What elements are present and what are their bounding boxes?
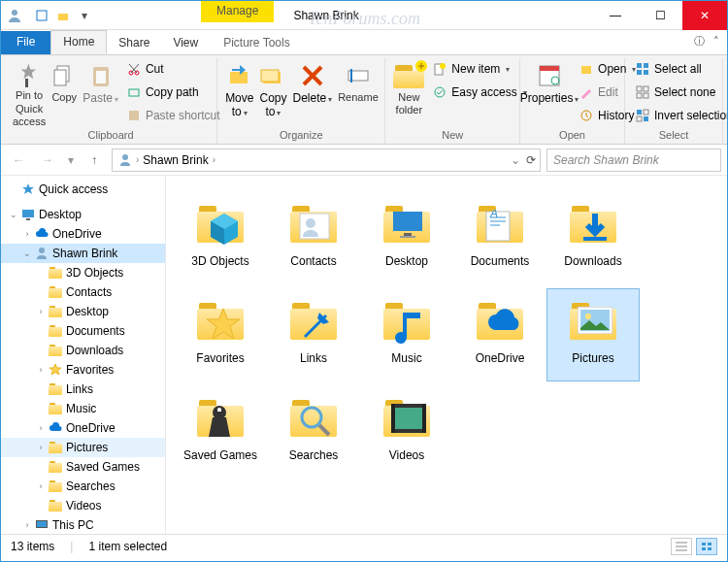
folder-item-favorites[interactable]: Favorites — [174, 288, 267, 381]
tree-node-downloads[interactable]: Downloads — [1, 341, 165, 360]
tree-node-3d-objects[interactable]: 3D Objects — [1, 263, 165, 282]
view-details-button[interactable] — [671, 538, 692, 555]
tree-node-pictures[interactable]: ›Pictures — [1, 438, 165, 457]
tree-node-onedrive[interactable]: ›OneDrive — [1, 418, 165, 438]
cut-button[interactable]: Cut — [122, 58, 224, 80]
select-all-button[interactable]: Select all — [631, 58, 728, 80]
folder-icon — [48, 304, 63, 319]
tab-picture-tools[interactable]: Picture Tools — [212, 32, 301, 54]
move-to-button[interactable]: Move to▾ — [223, 58, 255, 128]
breadcrumb[interactable]: › Shawn Brink › ⌄ ⟳ — [112, 149, 541, 172]
tree-node-label: Searches — [66, 479, 116, 493]
easy-access-button[interactable]: Easy access▾ — [428, 82, 530, 103]
tree-node-label: Shawn Brink — [52, 247, 117, 260]
tab-view[interactable]: View — [161, 32, 210, 54]
invert-selection-button[interactable]: Invert selection — [631, 105, 728, 126]
qat-dropdown-icon[interactable]: ▾ — [75, 6, 94, 25]
tree-toggle-icon[interactable]: ⌄ — [7, 210, 20, 219]
folder-item-desktop[interactable]: Desktop — [360, 191, 453, 284]
tree-toggle-icon[interactable]: › — [20, 229, 34, 239]
rename-button[interactable]: Rename — [336, 58, 381, 128]
tree-node-this-pc[interactable]: ›This PC — [1, 515, 165, 534]
view-icons-button[interactable] — [696, 538, 717, 555]
ribbon-group-clipboard: Pin to Quick access Copy Paste▾ Cut Copy… — [5, 58, 217, 144]
tree-node-label: Music — [66, 402, 96, 415]
folder-item-downloads[interactable]: Downloads — [546, 191, 640, 284]
folder-icon — [48, 459, 63, 475]
address-dropdown-icon[interactable]: ⌄ — [511, 153, 520, 167]
breadcrumb-segment[interactable]: Shawn Brink — [141, 153, 210, 167]
tree-node-desktop[interactable]: ›Desktop — [1, 302, 165, 321]
tree-node-contacts[interactable]: Contacts — [1, 282, 165, 302]
tree-toggle-icon[interactable]: › — [34, 481, 48, 491]
contextual-tab-manage[interactable]: Manage — [201, 1, 274, 22]
copy-to-button[interactable]: Copy to▾ — [257, 58, 288, 128]
navigation-tree[interactable]: Quick access⌄Desktop›OneDrive⌄Shawn Brin… — [1, 176, 166, 534]
tree-toggle-icon[interactable]: › — [34, 423, 48, 433]
qat-new-folder-icon[interactable] — [53, 6, 73, 25]
folder-item-videos[interactable]: Videos — [360, 385, 453, 479]
nav-back-button[interactable]: ← — [7, 149, 30, 172]
svg-rect-26 — [637, 63, 642, 68]
select-none-button[interactable]: Select none — [631, 82, 728, 103]
svg-rect-5 — [54, 70, 66, 85]
content-pane[interactable]: 3D ObjectsContactsDesktopADocumentsDownl… — [166, 176, 727, 534]
folder-item-documents[interactable]: ADocuments — [453, 191, 546, 284]
item-label: Contacts — [290, 254, 336, 268]
tree-node-shawn-brink[interactable]: ⌄Shawn Brink — [1, 244, 165, 263]
search-input[interactable]: Search Shawn Brink — [546, 149, 721, 172]
ribbon-collapse-icon[interactable]: ⓘ ˄ — [694, 34, 719, 49]
paste-shortcut-button[interactable]: Paste shortcut — [122, 105, 224, 126]
tree-node-quick-access[interactable]: Quick access — [1, 180, 165, 199]
svg-rect-24 — [581, 66, 591, 74]
qat-properties-icon[interactable] — [32, 6, 51, 25]
tree-node-videos[interactable]: Videos — [1, 496, 165, 515]
svg-point-20 — [435, 87, 445, 97]
svg-point-38 — [122, 154, 128, 160]
folder-item-searches[interactable]: Searches — [267, 385, 360, 479]
copy-button[interactable]: Copy — [50, 58, 79, 128]
tree-node-searches[interactable]: ›Searches — [1, 477, 165, 496]
new-folder-button[interactable]: New folder — [391, 58, 426, 128]
refresh-button[interactable]: ⟳ — [526, 153, 536, 167]
folder-item-onedrive[interactable]: OneDrive — [453, 288, 546, 381]
tree-node-onedrive[interactable]: ›OneDrive — [1, 224, 165, 244]
pin-to-quick-access-button[interactable]: Pin to Quick access — [11, 58, 48, 128]
tree-node-label: Desktop — [39, 208, 82, 221]
nav-up-button[interactable]: ↑ — [83, 149, 106, 172]
properties-button[interactable]: Properties▾ — [526, 58, 573, 128]
tree-toggle-icon[interactable]: › — [34, 443, 48, 452]
window-title: Shawn Brink — [293, 9, 358, 22]
tab-home[interactable]: Home — [50, 30, 107, 54]
tree-toggle-icon[interactable]: ⌄ — [20, 248, 34, 258]
tab-share[interactable]: Share — [107, 32, 161, 54]
tree-node-saved-games[interactable]: Saved Games — [1, 457, 165, 477]
close-button[interactable]: ✕ — [682, 1, 727, 30]
copy-path-button[interactable]: Copy path — [122, 82, 224, 103]
tab-file[interactable]: File — [1, 31, 50, 54]
maximize-button[interactable]: ☐ — [638, 1, 682, 30]
tree-toggle-icon[interactable]: › — [34, 307, 48, 316]
folder-item-music[interactable]: Music — [360, 288, 453, 381]
new-item-button[interactable]: New item▾ — [428, 58, 530, 80]
folder-icon — [566, 293, 620, 347]
tree-toggle-icon[interactable]: › — [20, 520, 34, 530]
folder-item-3d-objects[interactable]: 3D Objects — [174, 191, 267, 284]
tree-toggle-icon[interactable]: › — [34, 365, 48, 375]
nav-recent-button[interactable]: ▾ — [65, 149, 77, 172]
paste-button[interactable]: Paste▾ — [81, 58, 120, 128]
folder-item-saved-games[interactable]: Saved Games — [174, 385, 267, 479]
tree-node-music[interactable]: Music — [1, 399, 165, 418]
tree-node-links[interactable]: Links — [1, 380, 165, 399]
item-label: Favorites — [196, 351, 244, 365]
svg-rect-32 — [637, 93, 642, 98]
delete-button[interactable]: Delete▾ — [290, 58, 334, 128]
folder-item-links[interactable]: Links — [267, 288, 360, 381]
folder-item-pictures[interactable]: Pictures — [546, 288, 640, 381]
minimize-button[interactable]: — — [593, 1, 638, 30]
tree-node-documents[interactable]: Documents — [1, 321, 165, 341]
tree-node-desktop[interactable]: ⌄Desktop — [1, 205, 165, 224]
nav-forward-button[interactable]: → — [36, 149, 59, 172]
folder-item-contacts[interactable]: Contacts — [267, 191, 360, 284]
tree-node-favorites[interactable]: ›Favorites — [1, 360, 165, 380]
